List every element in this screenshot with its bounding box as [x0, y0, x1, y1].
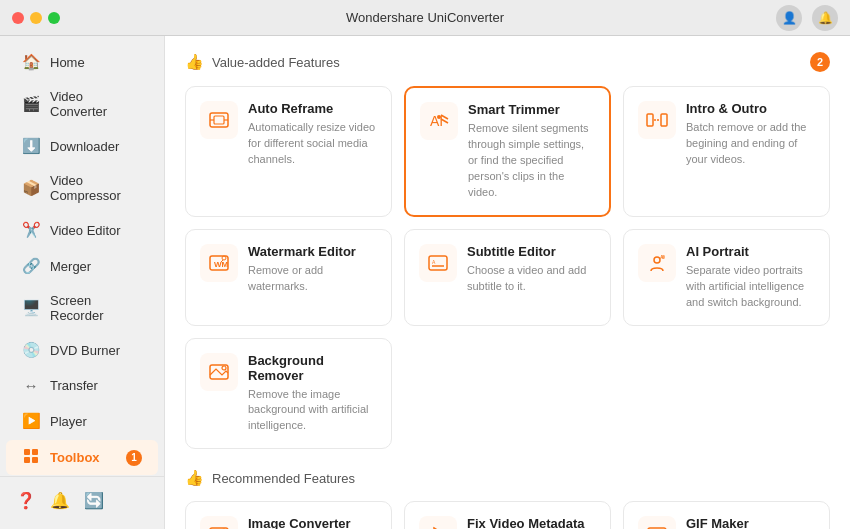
- smart-trimmer-desc: Remove silent segments through simple se…: [468, 121, 595, 201]
- feature-card-intro-outro[interactable]: Intro & Outro Batch remove or add the be…: [623, 86, 830, 217]
- main-content: 👍 Value-added Features 2 Auto Reframe Au…: [165, 36, 850, 529]
- sidebar-item-downloader[interactable]: ⬇️ Downloader: [6, 129, 158, 163]
- image-converter-name: Image Converter: [248, 516, 377, 529]
- sidebar-item-video-converter-label: Video Converter: [50, 89, 142, 119]
- video-compressor-icon: 📦: [22, 179, 40, 197]
- sidebar-bottom: ❓ 🔔 🔄: [0, 476, 164, 524]
- feature-card-subtitle-editor[interactable]: A Subtitle Editor Choose a video and add…: [404, 229, 611, 326]
- svg-rect-2: [24, 457, 30, 463]
- sidebar-item-player[interactable]: ▶️ Player: [6, 404, 158, 438]
- svg-rect-1: [32, 449, 38, 455]
- intro-outro-desc: Batch remove or add the begining and end…: [686, 120, 815, 168]
- fix-video-metadata-icon-box: [419, 516, 457, 529]
- sidebar-item-screen-recorder-label: Screen Recorder: [50, 293, 142, 323]
- screen-recorder-icon: 🖥️: [22, 299, 40, 317]
- feature-card-watermark-editor[interactable]: WM Watermark Editor Remove or add waterm…: [185, 229, 392, 326]
- sidebar-item-home-label: Home: [50, 55, 85, 70]
- feature-card-gif-maker[interactable]: GIF GIF Maker Make GIFs from videos or p…: [623, 501, 830, 529]
- toolbox-icon: [22, 448, 40, 467]
- svg-rect-5: [214, 116, 224, 124]
- subtitle-editor-text: Subtitle Editor Choose a video and add s…: [467, 244, 596, 311]
- sidebar: 🏠 Home 🎬 Video Converter ⬇️ Downloader 📦…: [0, 36, 165, 529]
- svg-point-11: [437, 115, 441, 119]
- app-title: Wondershare UniConverter: [346, 10, 504, 25]
- auto-reframe-text: Auto Reframe Automatically resize video …: [248, 101, 377, 202]
- sidebar-item-home[interactable]: 🏠 Home: [6, 45, 158, 79]
- watermark-editor-desc: Remove or add watermarks.: [248, 263, 377, 295]
- background-remover-icon-box: [200, 353, 238, 391]
- recommended-label: Recommended Features: [212, 471, 355, 486]
- auto-reframe-name: Auto Reframe: [248, 101, 377, 116]
- feature-card-smart-trimmer[interactable]: AI Smart Trimmer Remove silent segments …: [404, 86, 611, 217]
- intro-outro-icon-box: [638, 101, 676, 139]
- value-added-badge: 2: [810, 52, 830, 72]
- sync-icon[interactable]: 🔄: [84, 491, 104, 510]
- watermark-editor-text: Watermark Editor Remove or add watermark…: [248, 244, 377, 311]
- downloader-icon: ⬇️: [22, 137, 40, 155]
- background-remover-name: Background Remover: [248, 353, 377, 383]
- svg-rect-0: [24, 449, 30, 455]
- alert-icon[interactable]: 🔔: [50, 491, 70, 510]
- feature-card-ai-portrait[interactable]: AI AI Portrait Separate video portraits …: [623, 229, 830, 326]
- video-converter-icon: 🎬: [22, 95, 40, 113]
- watermark-editor-icon-box: WM: [200, 244, 238, 282]
- feature-card-image-converter[interactable]: Image Converter Convert the format of yo…: [185, 501, 392, 529]
- svg-text:AI: AI: [660, 254, 665, 260]
- intro-outro-name: Intro & Outro: [686, 101, 815, 116]
- sidebar-item-toolbox[interactable]: Toolbox 1: [6, 440, 158, 475]
- player-icon: ▶️: [22, 412, 40, 430]
- sidebar-item-transfer-label: Transfer: [50, 378, 98, 393]
- sidebar-bottom-icons: ❓ 🔔 🔄: [0, 485, 164, 516]
- image-converter-text: Image Converter Convert the format of yo…: [248, 516, 377, 529]
- sidebar-item-video-compressor[interactable]: 📦 Video Compressor: [6, 165, 158, 211]
- notification-icon[interactable]: 🔔: [812, 5, 838, 31]
- sidebar-item-transfer[interactable]: ↔️ Transfer: [6, 369, 158, 402]
- svg-rect-12: [647, 114, 653, 126]
- value-added-icon: 👍: [185, 53, 204, 71]
- close-button[interactable]: [12, 12, 24, 24]
- sidebar-item-video-converter[interactable]: 🎬 Video Converter: [6, 81, 158, 127]
- background-remover-text: Background Remover Remove the image back…: [248, 353, 377, 435]
- sidebar-item-merger[interactable]: 🔗 Merger: [6, 249, 158, 283]
- svg-rect-13: [661, 114, 667, 126]
- svg-rect-3: [32, 457, 38, 463]
- user-icon[interactable]: 👤: [776, 5, 802, 31]
- ai-portrait-desc: Separate video portraits with artificial…: [686, 263, 815, 311]
- titlebar: Wondershare UniConverter 👤 🔔: [0, 0, 850, 36]
- auto-reframe-icon-box: [200, 101, 238, 139]
- subtitle-editor-icon-box: A: [419, 244, 457, 282]
- titlebar-action-icons: 👤 🔔: [776, 5, 838, 31]
- sidebar-item-dvd-burner[interactable]: 💿 DVD Burner: [6, 333, 158, 367]
- feature-card-auto-reframe[interactable]: Auto Reframe Automatically resize video …: [185, 86, 392, 217]
- subtitle-editor-desc: Choose a video and add subtitle to it.: [467, 263, 596, 295]
- smart-trimmer-text: Smart Trimmer Remove silent segments thr…: [468, 102, 595, 201]
- window-controls: [12, 12, 60, 24]
- home-icon: 🏠: [22, 53, 40, 71]
- sidebar-item-toolbox-label: Toolbox: [50, 450, 100, 465]
- maximize-button[interactable]: [48, 12, 60, 24]
- gif-maker-icon-box: GIF: [638, 516, 676, 529]
- svg-point-26: [222, 366, 226, 370]
- gif-maker-text: GIF Maker Make GIFs from videos or pictu…: [686, 516, 815, 529]
- main-layout: 🏠 Home 🎬 Video Converter ⬇️ Downloader 📦…: [0, 36, 850, 529]
- sidebar-item-video-editor[interactable]: ✂️ Video Editor: [6, 213, 158, 247]
- help-icon[interactable]: ❓: [16, 491, 36, 510]
- recommended-icon: 👍: [185, 469, 204, 487]
- sidebar-item-downloader-label: Downloader: [50, 139, 119, 154]
- watermark-editor-name: Watermark Editor: [248, 244, 377, 259]
- transfer-icon: ↔️: [22, 377, 40, 394]
- auto-reframe-desc: Automatically resize video for different…: [248, 120, 377, 168]
- background-remover-desc: Remove the image background with artific…: [248, 387, 377, 435]
- dvd-burner-icon: 💿: [22, 341, 40, 359]
- feature-card-fix-video-metadata[interactable]: Fix Video Metadata Auto-fix and edit vid…: [404, 501, 611, 529]
- minimize-button[interactable]: [30, 12, 42, 24]
- sidebar-item-screen-recorder[interactable]: 🖥️ Screen Recorder: [6, 285, 158, 331]
- smart-trimmer-icon-box: AI: [420, 102, 458, 140]
- toolbox-badge: 1: [126, 450, 142, 466]
- svg-text:A: A: [432, 259, 436, 265]
- merger-icon: 🔗: [22, 257, 40, 275]
- feature-card-background-remover[interactable]: Background Remover Remove the image back…: [185, 338, 392, 450]
- ai-portrait-name: AI Portrait: [686, 244, 815, 259]
- gif-maker-name: GIF Maker: [686, 516, 815, 529]
- sidebar-item-video-editor-label: Video Editor: [50, 223, 121, 238]
